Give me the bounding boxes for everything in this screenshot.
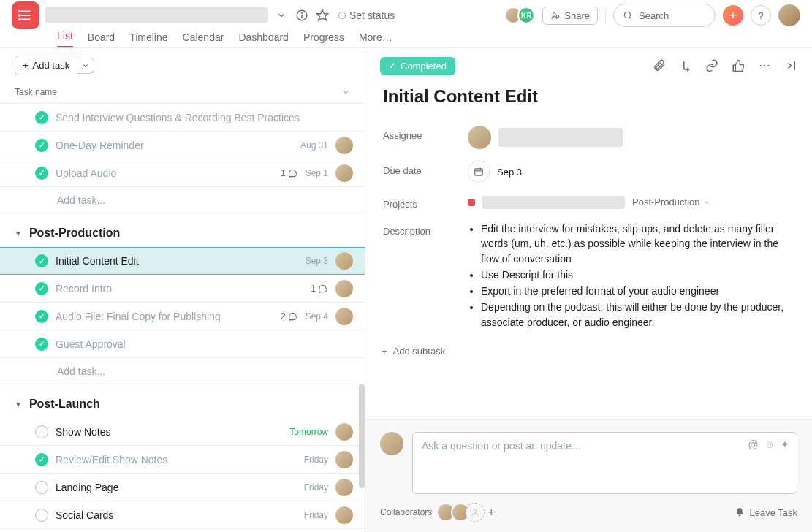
task-title[interactable]: Initial Content Edit <box>383 86 794 107</box>
add-task-inline[interactable]: Add task... <box>0 187 365 213</box>
check-icon[interactable] <box>35 111 48 124</box>
avatar <box>335 252 353 270</box>
project-section: Post-Production <box>632 197 710 208</box>
tab-progress[interactable]: Progress <box>303 31 344 48</box>
task-row[interactable]: Audio File: Final Copy for Publishing2Se… <box>0 303 365 330</box>
svg-point-10 <box>553 13 556 16</box>
svg-point-16 <box>767 65 769 66</box>
check-icon[interactable] <box>35 139 48 152</box>
task-row[interactable]: Send Interview Questions & Recording Bes… <box>0 104 365 132</box>
info-icon[interactable] <box>295 8 309 23</box>
calendar-icon <box>468 161 490 183</box>
add-task-inline[interactable]: Add task... <box>0 358 365 384</box>
subtask-icon[interactable] <box>679 59 692 72</box>
add-task-dropdown[interactable] <box>77 58 94 74</box>
task-row[interactable]: Record Intro1 <box>0 275 365 303</box>
me-avatar[interactable] <box>778 4 800 26</box>
avatar <box>335 280 353 297</box>
task-row[interactable]: Upload Audio1Sep 1 <box>0 159 365 187</box>
task-row[interactable]: Review/Edit Show NotesFriday <box>0 446 365 474</box>
add-subtask-button[interactable]: +Add subtask <box>382 346 794 357</box>
check-icon[interactable] <box>35 453 48 466</box>
check-icon[interactable] <box>35 167 48 180</box>
section-header[interactable]: ▼Post-Production <box>0 213 365 247</box>
assignee-value[interactable] <box>468 126 794 149</box>
plus-icon: + <box>23 60 29 71</box>
add-collaborator-plus[interactable]: + <box>487 506 494 519</box>
close-panel-icon[interactable] <box>784 59 797 72</box>
projects-value[interactable]: Post-Production <box>468 194 794 210</box>
projects-label: Projects <box>383 194 468 210</box>
add-collaborator-icon[interactable] <box>466 503 485 522</box>
view-tabs: List Board Timeline Calendar Dashboard P… <box>12 26 800 48</box>
tab-list[interactable]: List <box>57 30 73 48</box>
section-name: Post-Launch <box>29 398 100 411</box>
check-icon[interactable] <box>35 509 48 522</box>
attachment-icon[interactable] <box>653 59 666 72</box>
help-button[interactable]: ? <box>751 5 771 26</box>
tab-dashboard[interactable]: Dashboard <box>238 31 289 48</box>
mention-icon[interactable]: @ <box>748 438 758 450</box>
status-dot-icon <box>338 12 346 19</box>
emoji-icon[interactable]: ☺ <box>764 438 775 450</box>
task-row[interactable]: Show NotesTomorrow <box>0 418 365 446</box>
svg-point-8 <box>302 13 303 14</box>
svg-point-22 <box>474 509 477 512</box>
check-icon[interactable] <box>35 425 48 438</box>
check-icon[interactable] <box>35 310 48 323</box>
section-name: Post-Production <box>29 227 120 240</box>
set-status-button[interactable]: Set status <box>338 10 395 21</box>
svg-point-12 <box>624 12 630 18</box>
assignee-redacted <box>498 128 623 147</box>
global-add-button[interactable]: + <box>723 5 743 26</box>
due-label: Due date <box>383 161 468 183</box>
check-icon[interactable] <box>35 254 48 267</box>
check-icon[interactable] <box>35 282 48 295</box>
more-icon[interactable] <box>758 59 771 72</box>
search-input[interactable]: Search <box>613 4 716 27</box>
tab-timeline[interactable]: Timeline <box>129 31 167 48</box>
project-icon[interactable] <box>12 1 39 29</box>
svg-point-5 <box>19 19 20 20</box>
member-avatars[interactable]: KR <box>509 7 535 24</box>
avatar <box>335 423 353 441</box>
task-row[interactable]: Initial Content EditSep 3 <box>0 247 365 275</box>
project-menu-chevron-icon[interactable] <box>274 8 289 23</box>
description-value[interactable]: Edit the interview for mistakes, slip-up… <box>468 221 794 331</box>
svg-point-11 <box>556 15 559 18</box>
tab-more[interactable]: More… <box>359 31 392 48</box>
tab-board[interactable]: Board <box>88 31 115 48</box>
check-icon[interactable] <box>35 338 48 351</box>
star-icon[interactable] <box>315 8 330 23</box>
tab-calendar[interactable]: Calendar <box>183 31 224 48</box>
avatar <box>335 137 353 154</box>
section-header[interactable]: ▼Post-Launch <box>0 384 365 418</box>
column-menu-icon[interactable] <box>341 88 350 96</box>
assignee-label: Assignee <box>383 126 468 149</box>
comment-count: 2 <box>281 311 298 322</box>
comment-input[interactable]: Ask a question or post an update… @ ☺ ✦ <box>412 432 797 494</box>
svg-rect-18 <box>475 169 483 175</box>
task-row[interactable]: Social CardsFriday <box>0 501 365 529</box>
link-icon[interactable] <box>705 59 718 72</box>
task-row[interactable]: Landing PageFriday <box>0 474 365 501</box>
share-button[interactable]: Share <box>542 7 598 25</box>
svg-point-4 <box>19 15 20 16</box>
check-icon[interactable] <box>35 481 48 494</box>
leave-task-button[interactable]: Leave Task <box>735 507 797 518</box>
collapse-icon: ▼ <box>15 229 22 238</box>
avatar <box>335 308 353 325</box>
task-row[interactable]: Guest Approval <box>0 330 365 358</box>
task-row[interactable]: One-Day ReminderAug 31 <box>0 132 365 159</box>
add-task-button[interactable]: + Add task <box>15 56 77 75</box>
like-icon[interactable] <box>732 59 745 72</box>
completed-button[interactable]: Completed <box>380 57 455 75</box>
avatar <box>335 164 353 182</box>
set-status-label: Set status <box>349 10 395 21</box>
star-icon[interactable]: ✦ <box>781 438 789 450</box>
due-value[interactable]: Sep 3 <box>468 161 794 183</box>
avatar <box>335 506 353 524</box>
description-label: Description <box>383 221 468 331</box>
avatar <box>335 451 353 468</box>
avatar <box>335 479 353 496</box>
